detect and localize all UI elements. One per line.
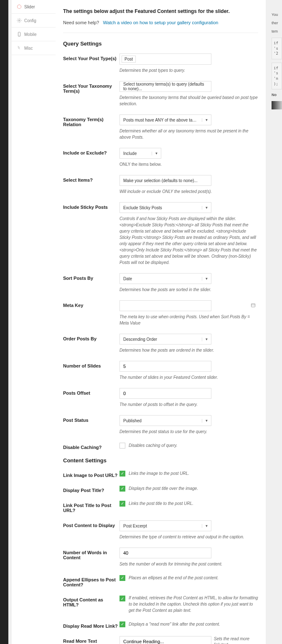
help-prefix: Need some help? [63,20,99,25]
relation-value: Posts must have ANY of the above taxono.… [120,118,202,122]
label-taxonomy-terms: Select Your Taxonomy Term(s) [63,81,119,94]
right-text: tem [272,29,282,33]
desc-ellipses: Places an ellipses at the end of the pos… [129,575,218,581]
label-read-more-text: Read More Text [63,636,119,644]
display-title-checkbox[interactable]: ✓ [119,486,125,492]
chevron-down-icon: ▼ [152,152,161,155]
include-exclude-select[interactable]: Include ▼ [119,148,161,159]
sort-select[interactable]: Date ▼ [119,273,211,284]
settings-content: The settings below adjust the Featured C… [56,0,266,644]
post-content-select[interactable]: Post Excerpt ▼ [119,520,211,531]
label-num-words: Number of Words in Content [63,548,119,560]
select-items-input[interactable]: Make your selection (defaults to none)..… [119,175,211,186]
chevron-down-icon: ▼ [202,277,211,281]
right-sidebar-clip: You ther tem if 's '2 if 's 'n ); No [272,0,282,644]
link-image-checkbox[interactable]: ✓ [119,471,125,477]
read-more-link-checkbox[interactable]: ✓ [119,621,125,627]
taxonomy-terms-value: Select taxonomy terms(s) to query (defau… [123,82,208,91]
admin-leftbar [0,0,8,644]
num-slides-input[interactable] [119,361,211,372]
desc-relation: Determines whether all or any taxonomy t… [119,128,258,140]
chevron-down-icon: ▼ [202,524,211,528]
list-icon[interactable] [251,303,256,309]
section-query-title: Query Settings [63,41,258,47]
desc-disable-caching: Disables caching of query. [129,442,178,449]
desc-link-title: Links the post title to the post URL. [129,500,193,507]
right-text: ther [272,21,282,25]
slider-icon [17,4,22,9]
tab-label: Mobile [24,32,36,37]
label-html: Output Content as HTML? [63,595,119,607]
label-include-exclude: Include or Exclude? [63,148,119,155]
order-select[interactable]: Descending Order ▼ [119,334,211,345]
desc-display-title: Displays the post title over the image. [129,485,198,492]
taxonomy-terms-input[interactable]: Select taxonomy terms(s) to query (defau… [119,81,211,92]
svg-point-0 [18,5,21,9]
desc-include-exclude: ONLY the items below. [119,161,258,167]
label-display-title: Display Post Title? [63,485,119,493]
desc-sticky: Controls if and how Sticky Posts are dis… [119,216,258,266]
link-title-checkbox[interactable]: ✓ [119,501,125,507]
sort-value: Date [120,276,202,281]
label-sticky: Include Sticky Posts [63,202,119,210]
post-type-input[interactable]: Post [119,53,211,65]
desc-taxonomy-terms: Determines the taxonomy terms that shoul… [119,94,258,107]
sticky-select[interactable]: Exclude Sticky Posts ▼ [119,202,211,213]
label-sort: Sort Posts By [63,273,119,281]
meta-key-input[interactable] [119,300,211,311]
label-post-content: Post Content to Display [63,520,119,528]
tab-mobile[interactable]: Mobile [12,28,56,41]
desc-link-image: Links the image to the post URL. [129,470,189,477]
post-content-value: Post Excerpt [120,524,202,528]
ellipses-checkbox[interactable]: ✓ [119,575,125,581]
include-exclude-value: Include [120,151,152,156]
label-offset: Posts Offset [63,388,119,396]
desc-meta-key: The meta key to use when ordering Posts.… [119,314,258,326]
tab-slider[interactable]: Slider [12,0,56,14]
help-row: Need some help? Watch a video on how to … [63,20,258,33]
chevron-down-icon: ▼ [202,337,211,341]
num-words-input[interactable] [119,548,211,558]
label-select-items: Select Items? [63,175,119,183]
gear-icon [17,18,22,23]
read-more-text-input[interactable] [119,636,211,644]
svg-rect-4 [252,304,255,307]
offset-input[interactable] [119,388,211,399]
desc-read-more-text: Sets the read more link text. [214,636,256,644]
tab-misc[interactable]: Misc [12,41,56,55]
label-meta-key: Meta Key [63,300,119,308]
tab-label: Misc [24,46,33,51]
desc-read-more-link: Displays a "read more" link after the po… [129,621,220,627]
gradient-strip [272,101,282,109]
relation-select[interactable]: Posts must have ANY of the above taxono.… [119,114,211,125]
chevron-down-icon: ▼ [202,206,211,210]
post-type-tag[interactable]: Post [122,56,136,63]
tab-config[interactable]: Config [12,14,56,28]
select-items-value: Make your selection (defaults to none)..… [123,178,198,183]
tab-label: Config [24,18,36,23]
desc-num-words: Sets the number of words for trimming th… [119,561,258,567]
desc-status: Determines the post status to use for th… [119,428,258,435]
label-num-slides: Number of Slides [63,361,119,368]
status-select[interactable]: Published ▼ [119,415,211,426]
settings-tabs-sidebar: Slider Config Mobile [12,0,56,644]
tab-label: Slider [24,5,35,9]
right-text: You [272,13,282,17]
chevron-down-icon: ▼ [202,118,211,122]
settings-panel: Slider Config Mobile [12,0,266,644]
svg-point-1 [19,20,20,21]
html-checkbox[interactable]: ✓ [119,596,125,601]
desc-offset: The number of posts to offset in the que… [119,401,258,408]
label-disable-caching: Disable Caching? [63,442,119,450]
right-text: No [272,93,282,97]
desc-select-items: Will include or exclude ONLY the selecte… [119,188,258,195]
desc-order: Determines how the posts are ordered in … [119,347,258,353]
disable-caching-checkbox[interactable] [119,443,125,449]
label-status: Post Status [63,415,119,423]
help-link[interactable]: Watch a video on how to setup your galle… [103,20,218,25]
desc-html: If enabled, retrieves the Post Content a… [129,595,258,614]
label-link-image: Link Image to Post URL? [63,470,119,478]
chevron-down-icon: ▼ [202,419,211,423]
desc-num-slides: The number of slides in your Featured Co… [119,374,258,380]
code-snippet: if 's 'n ); [272,63,282,89]
